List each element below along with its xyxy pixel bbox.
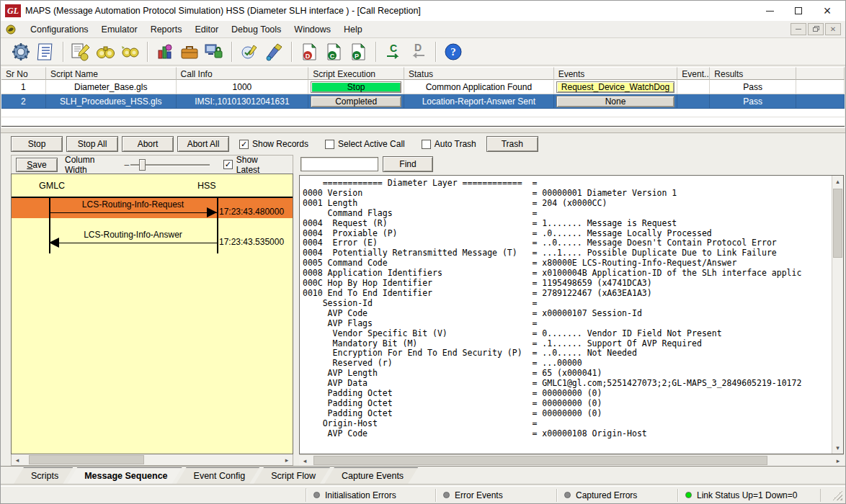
stop-all-button[interactable]: Stop All	[66, 136, 118, 152]
save-button[interactable]: Save	[16, 158, 58, 172]
mdi-close-button[interactable]: ✕	[825, 23, 841, 35]
menu-help[interactable]: Help	[337, 22, 369, 37]
execution-state-button[interactable]: Stop	[311, 81, 401, 93]
records-briefcase-icon[interactable]	[179, 41, 200, 63]
message-decode-view[interactable]: ============ Diameter Layer ============…	[300, 176, 832, 454]
column-header-sr-no[interactable]: Sr No	[1, 67, 46, 80]
column-header-events[interactable]: Events	[554, 67, 678, 80]
checkbox-label: Select Active Call	[338, 139, 405, 149]
scroll-left-icon[interactable]: ◂	[299, 455, 311, 466]
scroll-right-icon[interactable]: ▸	[832, 455, 844, 466]
tab-event-config[interactable]: Event Config	[177, 467, 262, 484]
customization-icon[interactable]	[263, 41, 285, 63]
scroll-left-icon[interactable]: ◂	[12, 454, 23, 465]
menu-debug-tools[interactable]: Debug Tools	[225, 22, 288, 37]
show-latest-checkbox[interactable]: ✓ Show Latest	[223, 155, 282, 175]
column-header-event-[interactable]: Event...	[677, 67, 710, 80]
stop-button[interactable]: Stop	[11, 136, 63, 152]
table-cell: Common Application Found	[404, 80, 554, 94]
mdi-restore-button[interactable]	[808, 23, 824, 35]
decode-line: 0010 End To End Identifier = 2789122467 …	[303, 289, 832, 299]
status-initialisation-errors: Initialisation Errors	[306, 489, 436, 502]
menu-windows[interactable]: Windows	[288, 22, 337, 37]
trash-button[interactable]: Trash	[486, 136, 538, 152]
scroll-down-icon[interactable]: ▾	[832, 442, 843, 454]
slider-thumb[interactable]	[139, 159, 146, 171]
script-contents-icon[interactable]	[94, 41, 116, 63]
select-active-call-checkbox[interactable]: Select Active Call	[325, 139, 405, 149]
sequence-header-divider	[12, 197, 293, 198]
tab-message-sequence[interactable]: Message Sequence	[67, 467, 183, 484]
statistics-icon[interactable]	[154, 41, 176, 63]
auto-trash-checkbox[interactable]: Auto Trash	[422, 139, 476, 149]
mdi-minimize-button[interactable]	[791, 23, 806, 35]
decode-line: Encryption For End To End Security (P) =…	[303, 348, 832, 359]
call-table-row[interactable]: 2SLH_Procedures_HSS.glsIMSI:,10101301204…	[1, 94, 845, 109]
column-header-call-info[interactable]: Call Info	[177, 67, 309, 80]
document-d-icon[interactable]: D	[298, 41, 320, 63]
help-icon[interactable]: ?	[442, 41, 464, 63]
decode-line: Padding Octet = 00000000 (0)	[303, 409, 832, 419]
scrollbar-thumb[interactable]	[833, 189, 842, 258]
script-editor-icon[interactable]	[70, 41, 92, 63]
scroll-right-icon[interactable]: ▸	[281, 454, 293, 465]
scrollbar-thumb[interactable]	[313, 456, 767, 465]
abort-all-button[interactable]: Abort All	[177, 136, 229, 152]
resize-grip[interactable]	[832, 490, 842, 500]
sequence-diagram[interactable]: GMLCHSSLCS-Routing-Info-Request17:23:43.…	[11, 174, 293, 454]
scrollbar-thumb[interactable]	[29, 455, 144, 464]
message-timestamp: 17:23:43.480000	[219, 207, 284, 217]
maximize-button[interactable]	[793, 6, 803, 16]
horizontal-splitter[interactable]	[1, 127, 845, 133]
call-generation-icon[interactable]: C	[383, 41, 404, 63]
table-cell	[796, 80, 845, 94]
profile-editor-icon[interactable]	[35, 41, 56, 63]
events-cell: None	[554, 94, 678, 109]
decode-h-scrollbar[interactable]: ◂ ▸	[299, 454, 844, 466]
menu-configurations[interactable]: Configurations	[24, 22, 95, 37]
column-header-spacer[interactable]	[796, 67, 845, 80]
show-records-checkbox[interactable]: ✓Show Records	[239, 139, 308, 149]
status-bar: Initialisation ErrorsError EventsCapture…	[1, 486, 845, 503]
document-p-icon[interactable]: P	[347, 41, 369, 63]
menu-emulator[interactable]: Emulator	[95, 22, 144, 37]
find-input[interactable]	[300, 157, 378, 171]
save-label: ave	[32, 160, 46, 170]
message-label: LCS-Routing-Info-Answer	[49, 230, 217, 240]
testbed-setup-icon[interactable]	[10, 41, 32, 63]
find-button[interactable]: Find	[383, 156, 433, 172]
close-button[interactable]: ×	[822, 6, 832, 16]
event-editor-icon[interactable]	[239, 41, 260, 63]
checkbox-label: Auto Trash	[435, 139, 476, 149]
show-latest-label: Show Latest	[236, 155, 282, 175]
view-scripts-icon[interactable]	[119, 41, 141, 63]
remote-access-icon[interactable]	[203, 41, 225, 63]
decode-line: Origin-Host =	[303, 419, 832, 429]
column-header-script-name[interactable]: Script Name	[46, 67, 177, 80]
table-cell: Pass	[710, 94, 796, 109]
app-logo-icon: GL	[5, 4, 21, 17]
empty-table-row	[1, 109, 845, 117]
event-button[interactable]: None	[556, 96, 674, 107]
minimize-button[interactable]	[765, 6, 775, 16]
column-header-status[interactable]: Status	[404, 67, 554, 80]
tab-scripts[interactable]: Scripts	[14, 467, 74, 484]
column-width-slider[interactable]: –	[124, 160, 210, 170]
execution-state-button[interactable]: Completed	[311, 96, 401, 107]
document-c-icon[interactable]: C	[323, 41, 344, 63]
decode-v-scrollbar[interactable]: ▴ ▾	[832, 176, 843, 454]
column-header-script-execution[interactable]: Script Execution	[308, 67, 404, 80]
svg-text:C: C	[390, 42, 397, 54]
call-table-row[interactable]: 1Diameter_Base.gls1000StopCommon Applica…	[1, 80, 845, 94]
event-button[interactable]: Request_Device_WatchDog	[556, 81, 674, 93]
abort-button[interactable]: Abort	[122, 136, 174, 152]
tab-script-flow[interactable]: Script Flow	[254, 467, 331, 484]
column-header-results[interactable]: Results	[710, 67, 796, 80]
call-reception-icon[interactable]: D	[407, 41, 429, 63]
sequence-h-scrollbar[interactable]: ◂ ▸	[11, 454, 293, 466]
toolbar-separator	[231, 42, 232, 62]
menu-editor[interactable]: Editor	[188, 22, 225, 37]
scroll-up-icon[interactable]: ▴	[832, 176, 843, 187]
tab-capture-events[interactable]: Capture Events	[324, 467, 419, 484]
menu-reports[interactable]: Reports	[144, 22, 189, 37]
